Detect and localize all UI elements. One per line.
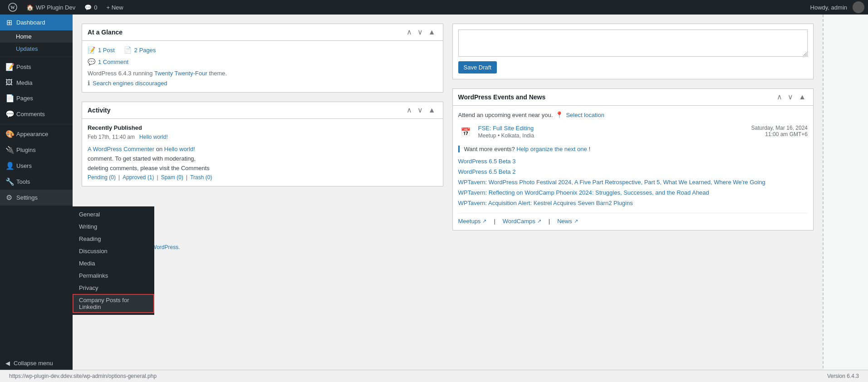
pages-count-link[interactable]: 📄 2 Pages	[124, 46, 156, 54]
event-details: FSE: Full Site Editing Meetup • Kolkata,…	[478, 125, 746, 139]
comments-icon: 💬	[84, 4, 92, 11]
info-icon: ℹ	[88, 79, 90, 87]
settings-privacy[interactable]: Privacy	[73, 282, 154, 294]
events-intro: Attend an upcoming event near you. 📍 Sel…	[458, 111, 808, 118]
settings-reading[interactable]: Reading	[73, 233, 154, 245]
draft-textarea[interactable]	[458, 29, 808, 57]
wp-footer: https://wp-plugin-dev.ddev.site/wp-admin…	[0, 370, 868, 382]
sidebar-item-users[interactable]: 👤 Users	[0, 158, 73, 174]
at-a-glance-body: 📝 1 Post 📄 2 Pages 💬 1 Comment	[82, 41, 443, 92]
spam-link[interactable]: Spam (0)	[161, 174, 183, 181]
settings-writing[interactable]: Writing	[73, 220, 154, 233]
settings-company-posts[interactable]: Company Posts forLinkedin	[73, 294, 154, 313]
sidebar-item-updates[interactable]: Updates	[0, 43, 73, 55]
wp-logo-item[interactable]: W	[4, 0, 22, 15]
news-link-4[interactable]: WPTavern: Reflecting on WordCamp Phoenix…	[458, 189, 709, 196]
pages-count: 2 Pages	[134, 47, 156, 54]
theme-link[interactable]: Twenty Twenty-Four	[154, 70, 207, 77]
meetups-link[interactable]: Meetups ↗	[458, 218, 487, 225]
comment-post-link[interactable]: Hello world!	[164, 146, 195, 152]
at-a-glance-title: At a Glance	[88, 29, 123, 36]
approved-link[interactable]: Approved (1)	[123, 174, 154, 181]
pages-label: Pages	[16, 95, 33, 102]
sidebar-item-media[interactable]: 🖼 Media	[0, 75, 73, 90]
activity-collapse-up[interactable]: ∧	[405, 106, 414, 115]
activity-toggle[interactable]: ▲	[427, 106, 437, 115]
comments-count: 1 Comment	[98, 59, 128, 65]
save-draft-widget: Save Draft	[452, 24, 814, 79]
settings-label: Settings	[16, 194, 38, 201]
wp-wrap: ⊞ Dashboard Home Updates 📝 Posts 🖼 Media…	[0, 15, 868, 382]
news-link-5[interactable]: WPTavern: Acquisition Alert: Kestrel Acq…	[458, 200, 633, 206]
organize-link[interactable]: Help organize the next one	[516, 146, 587, 152]
activity-header: Activity ∧ ∨ ▲	[82, 102, 443, 119]
activity-collapse-down[interactable]: ∨	[416, 106, 425, 115]
activity-widget: Activity ∧ ∨ ▲ Recently Published Feb 17…	[82, 102, 443, 186]
search-engines-link[interactable]: Search engines discouraged	[93, 80, 167, 87]
settings-permalinks[interactable]: Permalinks	[73, 269, 154, 282]
pending-link[interactable]: Pending (0)	[88, 174, 116, 181]
comment-row: A WordPress Commenter on Hello world!	[88, 146, 437, 152]
news-link-1[interactable]: WordPress 6.5 Beta 3	[458, 158, 516, 165]
commenter-link[interactable]: A WordPress Commenter	[88, 146, 154, 152]
sidebar-item-pages[interactable]: 📄 Pages	[0, 90, 73, 106]
select-location-link[interactable]: Select location	[566, 112, 604, 118]
new-item[interactable]: + New	[102, 0, 128, 15]
event-date: Saturday, Mar 16, 2024 11:00 am GMT+6	[751, 125, 808, 137]
comment-text: comment. To get started with moderating,	[88, 155, 437, 162]
settings-discussion[interactable]: Discussion	[73, 245, 154, 257]
at-a-glance-collapse-down[interactable]: ∨	[416, 28, 425, 37]
right-column: Save Draft WordPress Events and News ∧ ∨…	[452, 24, 814, 240]
events-body: Attend an upcoming event near you. 📍 Sel…	[453, 106, 814, 230]
sidebar-item-appearance[interactable]: 🎨 Appearance	[0, 126, 73, 142]
glance-items-2: 💬 1 Comment	[88, 58, 437, 65]
tools-label: Tools	[16, 178, 30, 185]
sidebar-item-settings[interactable]: ⚙ Settings	[0, 190, 73, 206]
wp-version: WordPress 6.4.3 running Twenty Twenty-Fo…	[88, 70, 437, 77]
news-link[interactable]: News ↗	[557, 218, 578, 225]
collapse-menu-item[interactable]: ◀ Collapse menu	[0, 355, 73, 371]
sidebar-item-plugins[interactable]: 🔌 Plugins	[0, 142, 73, 158]
activity-controls: ∧ ∨ ▲	[405, 106, 437, 115]
site-name: WP Plugin Dev	[36, 4, 75, 11]
events-collapse-up[interactable]: ∧	[775, 93, 784, 102]
settings-media[interactable]: Media	[73, 257, 154, 269]
admin-menu: ⊞ Dashboard Home Updates 📝 Posts 🖼 Media…	[0, 15, 73, 382]
news-item-2: WordPress 6.5 Beta 2	[458, 168, 808, 175]
settings-general[interactable]: General	[73, 208, 154, 220]
sidebar-item-dashboard[interactable]: ⊞ Dashboard	[0, 15, 73, 30]
right-panel	[823, 15, 868, 382]
comments-menu-icon: 💬	[5, 110, 13, 118]
collapse-icon: ◀	[5, 360, 10, 367]
posts-count-link[interactable]: 📝 1 Post	[88, 46, 115, 54]
trash-link[interactable]: Trash (0)	[190, 174, 212, 181]
comments-item[interactable]: 💬 0	[80, 0, 102, 15]
users-icon: 👤	[5, 162, 13, 170]
wp-footer-link[interactable]: WordPress	[152, 244, 178, 250]
wordcamps-link[interactable]: WordCamps ↗	[503, 218, 541, 225]
activity-post-link[interactable]: Hello world!	[139, 134, 168, 140]
news-link-2[interactable]: WordPress 6.5 Beta 2	[458, 168, 516, 175]
sidebar-item-posts[interactable]: 📝 Posts	[0, 59, 73, 75]
at-a-glance-collapse-up[interactable]: ∧	[405, 28, 414, 37]
more-events: Want more events? Help organize the next…	[458, 146, 808, 152]
at-a-glance-toggle[interactable]: ▲	[427, 28, 437, 37]
sidebar-bottom: ◀ Collapse menu	[0, 355, 73, 371]
collapse-label: Collapse menu	[14, 360, 53, 367]
news-link-3[interactable]: WPTavern: WordPress Photo Festival 2024,…	[458, 179, 765, 186]
sidebar-item-home[interactable]: Home	[0, 30, 73, 43]
sidebar-item-tools[interactable]: 🔧 Tools	[0, 174, 73, 190]
event-title-link[interactable]: FSE: Full Site Editing	[478, 125, 534, 132]
comments-menu-label: Comments	[16, 111, 45, 118]
news-item-5: WPTavern: Acquisition Alert: Kestrel Acq…	[458, 200, 808, 206]
site-name-item[interactable]: 🏠 WP Plugin Dev	[22, 0, 80, 15]
sidebar-item-comments[interactable]: 💬 Comments	[0, 106, 73, 122]
events-collapse-down[interactable]: ∨	[786, 93, 795, 102]
post-glance-icon: 📝	[88, 46, 95, 54]
save-draft-button[interactable]: Save Draft	[458, 61, 497, 73]
comments-count-link[interactable]: 💬 1 Comment	[88, 58, 128, 65]
events-toggle[interactable]: ▲	[797, 93, 808, 102]
meetups-external-icon: ↗	[482, 218, 486, 224]
appearance-label: Appearance	[16, 131, 48, 137]
news-external-icon: ↗	[574, 218, 578, 224]
